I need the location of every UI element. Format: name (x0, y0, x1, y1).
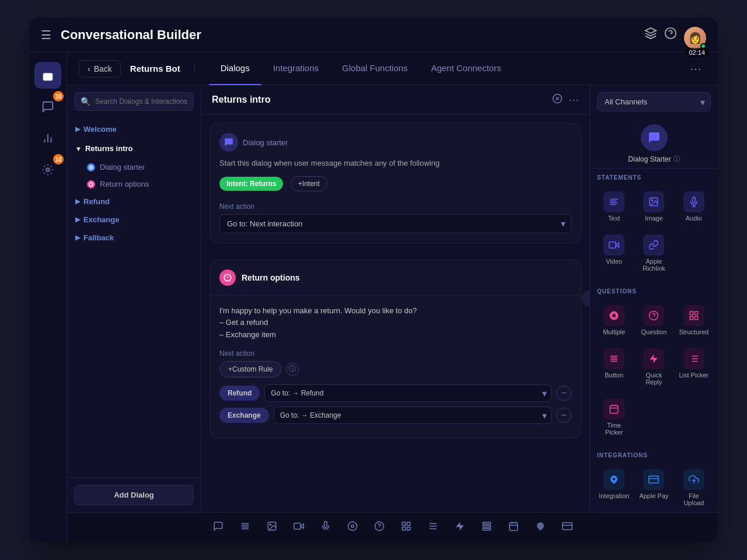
stmt-text[interactable]: Text (596, 187, 632, 226)
list-item-return-options[interactable]: Return options (71, 176, 197, 192)
add-intent-button[interactable]: +Intent (291, 176, 327, 191)
svg-rect-68 (402, 527, 405, 530)
stmt-question[interactable]: Question (636, 300, 672, 340)
svg-marker-73 (456, 522, 464, 531)
group-exchange[interactable]: ▶ Exchange (67, 211, 201, 229)
toolbar-time-picker-icon[interactable] (505, 517, 522, 538)
svg-rect-67 (407, 522, 410, 525)
file-upload-icon (683, 469, 704, 490)
stmt-structured[interactable]: Structured (676, 300, 712, 340)
app-title: Conversational Builder (61, 27, 644, 43)
next-action-select-1[interactable]: Go to: Next interaction (219, 214, 571, 233)
svg-rect-47 (610, 405, 618, 414)
stmt-audio[interactable]: Audio (676, 187, 712, 226)
search-icon: 🔍 (81, 97, 90, 106)
search-input[interactable] (95, 97, 187, 106)
layers-icon[interactable] (644, 27, 657, 43)
collapse-arrow[interactable]: › (582, 290, 589, 307)
chevron-right-icon-refund: ▶ (75, 198, 80, 205)
back-button[interactable]: ‹ Back (79, 60, 121, 78)
dot-blue-icon (87, 163, 95, 172)
refund-select[interactable]: Go to: → Refund (264, 384, 551, 402)
three-pane: 🔍 ▶ Welcome ▼ Returns intro ⋯ (67, 85, 718, 512)
stmt-video[interactable]: Video (596, 230, 632, 276)
remove-refund-button[interactable]: − (556, 386, 571, 401)
sidebar-item-settings[interactable]: 10 (34, 156, 61, 183)
svg-point-59 (270, 524, 271, 525)
svg-point-62 (348, 522, 357, 531)
right-panel: All Channels ▾ Dialog Starter ⓘ (589, 85, 718, 512)
tab-agent-connectors[interactable]: Agent Connectors (420, 52, 513, 85)
stmt-list-picker[interactable]: List Picker (676, 344, 712, 390)
stmt-file-upload[interactable]: File Upload (676, 464, 712, 511)
next-action-label-2: Next action (219, 349, 571, 358)
time-display: 02:14 (685, 48, 708, 57)
stmt-apple-pay[interactable]: Apple Pay (636, 464, 672, 511)
exchange-select[interactable]: Go to: → Exchange (274, 407, 551, 424)
bottom-toolbar (67, 512, 718, 542)
group-fallback[interactable]: ▶ Fallback (67, 229, 201, 247)
svg-rect-69 (407, 527, 410, 530)
toolbar-chat-icon[interactable] (210, 517, 227, 538)
toolbar-question-icon[interactable] (371, 517, 388, 538)
dialog-card-type: Dialog starter (219, 133, 571, 152)
questions-grid: Multiple Question Structur (590, 298, 718, 446)
toolbar-quick-reply-icon[interactable] (451, 517, 469, 538)
svg-point-29 (612, 314, 616, 317)
nav-more-icon[interactable]: ⋯ (685, 62, 706, 76)
add-dialog-button[interactable]: Add Dialog (74, 485, 194, 505)
svg-point-9 (46, 168, 50, 172)
toolbar-video-icon[interactable] (290, 517, 308, 538)
custom-rule-button[interactable]: +Custom Rule (219, 361, 281, 377)
toolbar-structured-icon[interactable] (397, 517, 415, 538)
stmt-integration[interactable]: Integration (596, 464, 632, 511)
group-refund[interactable]: ▶ Refund (67, 192, 201, 211)
return-options-label: Return options (100, 180, 149, 188)
help-icon[interactable] (664, 27, 677, 43)
intent-returns-tag[interactable]: Intent: Returns (219, 177, 283, 191)
info-icon-button[interactable]: ⓘ (286, 363, 299, 376)
toolbar-button-icon[interactable] (424, 517, 442, 538)
dialog-groups: ▶ Welcome ▼ Returns intro ⋯ (67, 118, 201, 477)
list-item-dialog-starter[interactable]: Dialog starter (71, 159, 197, 176)
stmt-button[interactable]: Button (596, 344, 632, 390)
stmt-apple-richlink[interactable]: Apple Richlink (636, 230, 672, 276)
toolbar-audio-icon[interactable] (317, 517, 334, 538)
canvas-close-icon[interactable] (552, 93, 563, 106)
dialog-starter-card: Dialog starter Start this dialog when us… (210, 123, 581, 243)
stmt-time-picker[interactable]: Time Picker (596, 394, 632, 440)
sidebar-item-chat[interactable]: 10 (34, 93, 61, 120)
toolbar-image-icon[interactable] (263, 517, 281, 538)
sidebar-item-bot[interactable] (34, 62, 61, 89)
toolbar-multiple-icon[interactable] (344, 517, 361, 538)
group-welcome[interactable]: ▶ Welcome (67, 120, 201, 138)
return-options-body: I'm happy to help you make a return. Wou… (210, 296, 581, 438)
canvas-more-icon[interactable]: ⋯ (568, 93, 579, 106)
toolbar-list-picker-icon[interactable] (478, 517, 495, 538)
svg-point-63 (351, 525, 354, 528)
structured-icon (683, 305, 704, 326)
menu-icon[interactable]: ☰ (41, 28, 51, 42)
sidebar-item-analytics[interactable] (34, 125, 61, 152)
toolbar-apple-pay-icon[interactable] (558, 517, 576, 538)
audio-icon (683, 191, 704, 212)
nav-bar: ‹ Back Returns Bot Dialogs Integrations … (67, 52, 718, 85)
toolbar-list-icon[interactable] (236, 517, 254, 538)
tab-dialogs[interactable]: Dialogs (209, 52, 261, 85)
exchange-row: Exchange Go to: → Exchange ▾ − (219, 407, 571, 424)
stmt-quick-reply[interactable]: Quick Reply (636, 344, 672, 390)
svg-rect-74 (483, 522, 491, 524)
stmt-image[interactable]: Image (636, 187, 672, 226)
group-returns-intro[interactable]: ▼ Returns intro ⋯ (67, 138, 201, 159)
tab-integrations[interactable]: Integrations (261, 52, 330, 85)
remove-exchange-button[interactable]: − (556, 408, 571, 423)
tab-global-functions[interactable]: Global Functions (330, 52, 420, 85)
channel-select[interactable]: All Channels (597, 92, 711, 111)
stmt-multiple[interactable]: Multiple (596, 300, 632, 340)
exchange-label-tag: Exchange (219, 408, 269, 423)
avatar[interactable]: 👩 02:14 (684, 27, 706, 49)
dialog-starter-info-icon[interactable]: ⓘ (673, 155, 680, 163)
toolbar-integration-icon[interactable] (532, 517, 549, 538)
bot-name: Returns Bot (130, 64, 195, 74)
dialog-starter-label: Dialog starter (100, 163, 145, 172)
